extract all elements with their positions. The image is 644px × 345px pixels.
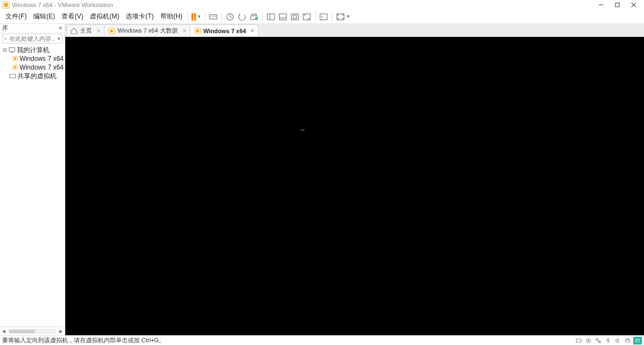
snapshot-take-button[interactable]	[224, 11, 236, 23]
tree-label: Windows 7 x64	[20, 64, 64, 71]
message-log-icon[interactable]	[633, 337, 642, 344]
tab-vm-win7[interactable]: Windows 7 x64 ✕	[190, 24, 259, 36]
vm-icon	[12, 64, 18, 71]
title-bar: Windows 7 x64 - VMware Workstation	[0, 0, 644, 10]
minimize-button[interactable]	[593, 0, 609, 10]
chevron-down-icon: ▼	[197, 14, 201, 19]
toolbar-separator	[262, 12, 263, 22]
tab-label: Windows 7 x64 大数据	[117, 27, 178, 35]
computer-icon	[8, 46, 16, 54]
tab-home[interactable]: 主页 ✕	[66, 24, 104, 36]
sidebar-header: 库 ✕	[0, 24, 65, 33]
svg-rect-1	[4, 3, 8, 7]
window-title: Windows 7 x64 - VMware Workstation	[12, 2, 113, 8]
fullscreen-button[interactable]: ▼	[335, 11, 352, 23]
fullscreen-icon	[336, 12, 345, 21]
sidebar-scrollbar[interactable]: ◄ ►	[0, 327, 65, 335]
scroll-left-icon[interactable]: ◄	[1, 328, 7, 334]
send-ctrl-alt-del-button[interactable]	[207, 11, 219, 23]
power-pause-button[interactable]: ▼	[190, 11, 202, 23]
sidebar-left-icon	[267, 12, 275, 21]
snapshot-manager-button[interactable]	[248, 11, 260, 23]
snapshot-revert-button[interactable]	[236, 11, 248, 23]
svg-line-12	[230, 17, 232, 17]
scroll-track[interactable]	[9, 329, 56, 334]
vm-icon	[108, 27, 115, 35]
svg-rect-34	[110, 29, 113, 32]
tree-node-shared-vms[interactable]: 共享的虚拟机	[0, 72, 65, 80]
usb-icon[interactable]	[604, 337, 612, 344]
clock-icon	[226, 12, 234, 21]
chevron-down-icon: ▼	[346, 14, 350, 19]
scroll-thumb[interactable]	[9, 330, 35, 333]
status-message: 要将输入定向到该虚拟机，请在虚拟机内部单击或按 Ctrl+G。	[2, 336, 574, 344]
svg-rect-37	[577, 339, 581, 342]
tab-vm-bigdata[interactable]: Windows 7 x64 大数据 ✕	[104, 24, 190, 36]
tree-label: 我的计算机	[17, 46, 49, 55]
menu-edit[interactable]: 编辑(E)	[30, 10, 58, 23]
tab-close-icon[interactable]: ✕	[180, 28, 187, 34]
network-icon[interactable]	[594, 337, 603, 344]
menu-file[interactable]: 文件(F)	[2, 10, 30, 23]
vm-icon	[194, 27, 201, 35]
svg-point-44	[608, 338, 609, 339]
tree-node-vm[interactable]: Windows 7 x64	[0, 63, 65, 72]
svg-rect-6	[209, 15, 217, 19]
toolbar-separator	[315, 12, 315, 22]
menu-toolbar: 文件(F) 编辑(E) 查看(V) 虚拟机(M) 选项卡(T) 帮助(H) ▼	[0, 10, 644, 24]
svg-rect-19	[292, 14, 299, 20]
toolbar-separator	[188, 12, 188, 22]
vm-console-view[interactable]: _	[65, 37, 644, 335]
cdrom-icon[interactable]	[584, 337, 593, 344]
quick-switch-button[interactable]	[318, 11, 330, 23]
console-view-icon	[290, 12, 299, 21]
menu-help[interactable]: 帮助(H)	[157, 10, 186, 23]
svg-rect-29	[14, 58, 16, 60]
pause-icon	[191, 13, 196, 21]
vm-icon	[12, 55, 18, 62]
status-device-icons	[574, 337, 642, 344]
svg-rect-17	[280, 14, 287, 20]
snapshot-manager-icon	[250, 12, 258, 21]
sidebar-search[interactable]: ▼	[2, 34, 63, 43]
menu-vm[interactable]: 虚拟机(M)	[86, 10, 122, 23]
scroll-right-icon[interactable]: ►	[58, 328, 64, 334]
toolbar-separator	[205, 12, 205, 22]
tree-node-my-computer[interactable]: ⊟ 我的计算机	[0, 46, 65, 54]
tab-close-icon[interactable]: ✕	[94, 28, 101, 34]
collapse-icon[interactable]: ⊟	[2, 47, 7, 53]
chevron-down-icon[interactable]: ▼	[57, 36, 61, 41]
library-sidebar: 库 ✕ ▼ ⊟ 我的计算机 Windows 7 x64 Windows 7 x6…	[0, 24, 65, 335]
keyboard-icon	[209, 12, 218, 21]
sidebar-title: 库	[2, 24, 8, 32]
svg-point-39	[588, 340, 589, 341]
tree-node-vm[interactable]: Windows 7 x64	[0, 54, 65, 63]
sound-icon[interactable]	[614, 337, 622, 344]
svg-line-25	[6, 39, 7, 40]
show-thumbnail-bar-button[interactable]	[277, 11, 289, 23]
menu-view[interactable]: 查看(V)	[58, 10, 86, 23]
harddisk-icon[interactable]	[574, 337, 583, 344]
svg-rect-3	[616, 3, 620, 7]
tab-label: 主页	[80, 27, 92, 35]
tab-close-icon[interactable]: ✕	[248, 28, 255, 34]
svg-rect-36	[196, 29, 199, 32]
stretch-guest-button[interactable]	[301, 11, 313, 23]
status-bar: 要将输入定向到该虚拟机，请在虚拟机内部单击或按 Ctrl+G。	[0, 335, 644, 345]
maximize-button[interactable]	[609, 0, 626, 10]
bottom-bar-icon	[278, 12, 287, 21]
svg-rect-26	[9, 48, 15, 52]
svg-rect-48	[627, 338, 629, 340]
close-button[interactable]	[626, 0, 642, 10]
show-console-button[interactable]	[289, 11, 301, 23]
show-library-button[interactable]	[265, 11, 277, 23]
svg-rect-47	[626, 340, 630, 342]
search-input[interactable]	[9, 35, 55, 42]
sidebar-close-button[interactable]: ✕	[58, 25, 63, 31]
menu-tabs[interactable]: 选项卡(T)	[122, 10, 157, 23]
svg-rect-20	[293, 15, 296, 18]
svg-point-24	[4, 37, 7, 40]
printer-icon[interactable]	[623, 337, 632, 344]
svg-rect-15	[268, 14, 275, 20]
svg-point-38	[586, 338, 591, 343]
